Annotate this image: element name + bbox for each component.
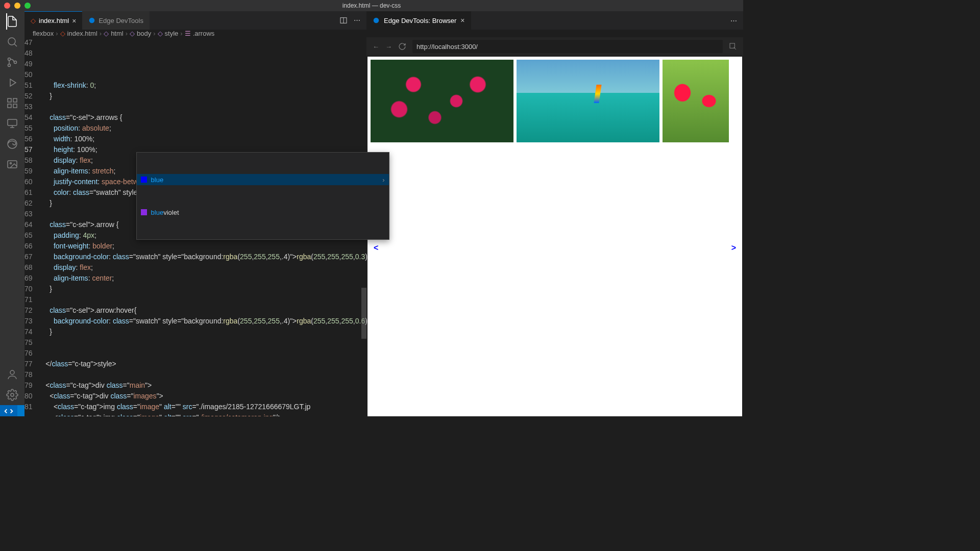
url-input[interactable]: [412, 40, 723, 53]
svg-point-0: [8, 38, 15, 45]
close-tab-icon[interactable]: ×: [460, 16, 464, 24]
settings-gear-icon[interactable]: [6, 389, 18, 401]
back-icon[interactable]: ←: [373, 43, 379, 51]
browser-toolbar: ← →: [366, 37, 743, 56]
preview-image: [663, 60, 729, 142]
tab-index-html[interactable]: ◇ index.html ×: [24, 11, 82, 30]
breadcrumb[interactable]: flexbox› ◇index.html› ◇html› ◇body› ◇sty…: [24, 30, 743, 37]
line-number-gutter: 4748495051525354555657585960616263646566…: [24, 37, 42, 416]
devtools-tab-bar: Edge DevTools: Browser × ⋯: [366, 11, 743, 30]
svg-point-16: [374, 18, 379, 23]
svg-rect-8: [8, 119, 17, 126]
svg-rect-7: [13, 104, 17, 108]
preview-image: [371, 60, 513, 142]
tab-edge-devtools[interactable]: Edge DevTools: [82, 11, 149, 30]
more-actions-icon[interactable]: ⋯: [354, 16, 360, 24]
html-file-icon: ◇: [31, 17, 36, 24]
editor-tab-bar: ◇ index.html × Edge DevTools ⋯: [24, 11, 366, 30]
window-title: index.html — dev-css: [342, 2, 401, 9]
svg-rect-6: [8, 104, 11, 108]
browser-viewport[interactable]: < >: [368, 57, 742, 416]
account-icon[interactable]: [6, 368, 18, 381]
suggest-item-blueviolet[interactable]: blueviolet: [137, 207, 389, 218]
svg-point-13: [11, 393, 14, 396]
remote-indicator[interactable]: [0, 405, 17, 416]
tab-label: Edge DevTools: Browser: [384, 17, 456, 24]
inspect-icon[interactable]: [729, 42, 737, 51]
next-arrow-button[interactable]: >: [728, 241, 739, 255]
svg-rect-4: [8, 98, 11, 102]
svg-point-11: [10, 163, 12, 164]
run-debug-icon[interactable]: [6, 77, 18, 89]
titlebar: index.html — dev-css: [0, 0, 743, 11]
breadcrumb-item[interactable]: flexbox: [33, 30, 54, 37]
color-swatch-icon: [141, 209, 147, 215]
explorer-icon[interactable]: [6, 15, 18, 28]
edge-icon[interactable]: [6, 138, 18, 150]
chevron-right-icon: ›: [382, 174, 384, 185]
scrollbar-vertical[interactable]: [361, 288, 366, 339]
remote-icon[interactable]: [6, 117, 18, 130]
code-content[interactable]: blue › blueviolet flex-shrink: 0; } clas…: [42, 37, 370, 416]
tab-label: index.html: [39, 17, 69, 24]
forward-icon[interactable]: →: [385, 43, 392, 51]
prev-arrow-button[interactable]: <: [371, 241, 381, 255]
breadcrumb-item[interactable]: ☰.arrows: [185, 30, 215, 37]
svg-rect-5: [13, 98, 17, 102]
extensions-icon[interactable]: [6, 97, 18, 109]
minimize-window-button[interactable]: [14, 3, 20, 9]
color-swatch-icon: [141, 177, 147, 183]
images-icon[interactable]: [6, 158, 18, 170]
close-tab-icon[interactable]: ×: [72, 17, 76, 25]
svg-point-14: [89, 18, 95, 23]
breadcrumb-item[interactable]: ◇body: [130, 30, 151, 37]
more-actions-icon[interactable]: ⋯: [730, 17, 737, 24]
suggest-item-blue[interactable]: blue ›: [137, 174, 389, 185]
breadcrumb-item[interactable]: ◇index.html: [60, 30, 97, 37]
zoom-window-button[interactable]: [24, 3, 31, 9]
activity-bar: [0, 11, 24, 405]
source-control-icon[interactable]: [6, 56, 18, 68]
split-editor-icon[interactable]: [339, 16, 348, 24]
tab-label: Edge DevTools: [99, 17, 143, 24]
svg-point-1: [8, 58, 11, 61]
code-editor[interactable]: 4748495051525354555657585960616263646566…: [24, 37, 366, 416]
svg-rect-10: [8, 161, 17, 168]
edge-icon: [88, 17, 95, 24]
breadcrumb-item[interactable]: ◇html: [104, 30, 124, 37]
reload-icon[interactable]: [398, 42, 406, 51]
edge-icon: [373, 17, 380, 24]
traffic-lights: [4, 3, 31, 9]
search-icon[interactable]: [6, 36, 18, 48]
breadcrumb-item[interactable]: ◇style: [158, 30, 179, 37]
svg-point-12: [10, 370, 14, 374]
tab-devtools-browser[interactable]: Edge DevTools: Browser ×: [366, 11, 471, 30]
svg-point-2: [8, 64, 11, 67]
preview-image: [517, 60, 659, 142]
devtools-browser-pane: ← → < > Responsive ⌄: [366, 37, 743, 416]
close-window-button[interactable]: [4, 3, 10, 9]
autocomplete-popup: blue › blueviolet: [136, 152, 389, 240]
